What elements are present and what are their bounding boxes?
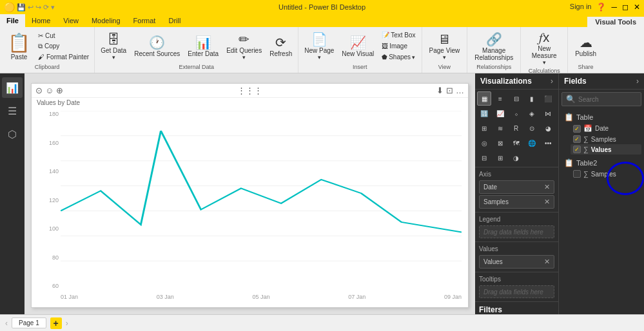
drill-down-icon[interactable]: ⬇ (436, 86, 444, 95)
get-data-button[interactable]: 🗄 Get Data ▾ (97, 30, 130, 62)
more-options-icon1[interactable]: ☺ (45, 86, 54, 95)
cut-button[interactable]: ✂ Cut (35, 31, 92, 41)
viz-area[interactable]: ⬦ (509, 106, 523, 120)
minimize-btn[interactable]: ─ (611, 3, 617, 12)
page-tab-1[interactable]: Page 1 (12, 317, 46, 328)
help-btn[interactable]: ❓ (596, 3, 606, 12)
legend-drop-area[interactable]: Drag data fields here (479, 225, 554, 238)
tooltips-drop-area[interactable]: Drag data fields here (479, 285, 554, 298)
ribbon-tab-file[interactable]: File (0, 14, 25, 27)
viz-clustered-bar[interactable]: ≡ (493, 91, 507, 106)
viz-stacked-area[interactable]: ◈ (525, 106, 539, 120)
viz-map[interactable]: 🗺 (509, 136, 523, 150)
axis-samples-remove[interactable]: ✕ (544, 198, 550, 206)
ribbon-tab-modeling[interactable]: Modeling (85, 14, 127, 27)
viz-panel-expand[interactable]: › (551, 77, 553, 86)
copy-button[interactable]: ⧉ Copy (35, 41, 92, 52)
enter-data-icon: 📊 (195, 35, 211, 50)
axis-date-field[interactable]: Date ✕ (479, 180, 554, 194)
edit-queries-button[interactable]: ✏ Edit Queries ▾ (223, 30, 265, 62)
paste-button[interactable]: 📋 Paste (3, 30, 35, 63)
table1-header[interactable]: 📋 Table (561, 111, 641, 123)
ribbon-tab-format[interactable]: Format (127, 14, 162, 27)
format-painter-button[interactable]: 🖌 Format Painter (35, 52, 92, 62)
context-tab-area: Visual Tools (187, 14, 644, 27)
ribbon-tab-drill[interactable]: Drill (162, 14, 187, 27)
fields-panel-expand[interactable]: › (636, 77, 639, 86)
viz-table[interactable]: ⊟ (477, 151, 491, 165)
ribbon-tab-home[interactable]: Home (25, 14, 57, 27)
fields-search-input[interactable] (578, 96, 637, 103)
viz-100-stacked-bar[interactable]: ⊟ (509, 91, 523, 106)
text-box-button[interactable]: 📝 Text Box (380, 30, 417, 40)
viz-ribbon[interactable]: ≋ (493, 121, 507, 135)
enter-data-button[interactable]: 📊 Enter Data (184, 33, 222, 59)
viz-line-clustered[interactable]: ⋈ (541, 106, 555, 120)
manage-relationships-button[interactable]: 🔗 Manage Relationships (471, 30, 516, 63)
chart-toolbar-left: ⊙ ☺ ⊕ (35, 86, 63, 95)
axis-samples-field[interactable]: Samples ✕ (479, 195, 554, 209)
filter-visual-icon[interactable]: ⊡ (446, 86, 453, 95)
viz-clustered-col[interactable]: ⬛ (541, 91, 555, 106)
insert-group-label: Insert (301, 64, 418, 71)
values-remove[interactable]: ✕ (544, 258, 550, 266)
shapes-button[interactable]: ⬟ Shapes ▾ (380, 52, 417, 62)
fields-panel: Fields › 🔍 📋 Table (559, 73, 644, 314)
viz-treemap[interactable]: ⊠ (493, 136, 507, 150)
data-view-icon[interactable]: ☰ (2, 100, 23, 121)
refresh-button[interactable]: ⟳ Refresh (266, 33, 295, 59)
field-date-icon: 📅 (583, 124, 592, 133)
chart-body: 180 160 140 120 100 80 60 (32, 108, 468, 302)
chart-container[interactable]: ⊙ ☺ ⊕ ⋮⋮⋮ ⬇ ⊡ … Values by Date 180 160 (31, 83, 469, 308)
new-page-icon: 📄 (311, 32, 327, 47)
viz-stacked-bar[interactable]: ▦ (477, 91, 491, 106)
viz-filled-map[interactable]: 🌐 (525, 136, 539, 150)
table2-header[interactable]: 📋 Table2 (561, 157, 641, 169)
relationships-view-icon[interactable]: ⬡ (2, 124, 23, 144)
viz-100-stacked-col[interactable]: 🔢 (477, 106, 491, 120)
visual-tools-tab[interactable]: Visual Tools (587, 17, 644, 27)
sign-in-link[interactable]: Sign in (570, 3, 592, 12)
viz-waterfall[interactable]: R (509, 121, 523, 135)
fields-search-box[interactable]: 🔍 (561, 92, 641, 106)
page-view-button[interactable]: 🖥 Page View ▾ (426, 30, 463, 62)
next-page-btn[interactable]: › (66, 319, 68, 328)
viz-line-stacked[interactable]: ⊞ (477, 121, 491, 135)
new-measure-button[interactable]: 𝑓x New Measure ▾ (525, 28, 563, 68)
insert-small-btns: 📝 Text Box 🖼 Image ⬟ Shapes ▾ (378, 28, 418, 64)
viz-gauge[interactable]: ◑ (509, 151, 523, 165)
report-view-icon[interactable]: 📊 (2, 77, 23, 98)
viz-more[interactable]: ••• (541, 136, 555, 150)
values-field[interactable]: Values ✕ (479, 255, 554, 269)
field-date[interactable]: ✓ 📅 Date (571, 123, 641, 134)
close-btn[interactable]: ✕ (634, 3, 640, 12)
new-visual-button[interactable]: 📈 New Visual (338, 33, 377, 59)
field-table2-samples[interactable]: ∑ Samples (571, 169, 641, 179)
viz-donut[interactable]: ◎ (477, 136, 491, 150)
focus-mode-icon[interactable]: ⊙ (35, 86, 43, 95)
ribbon-tab-view[interactable]: View (57, 14, 85, 27)
viz-scatter[interactable]: ⊙ (525, 121, 539, 135)
viz-stacked-col[interactable]: ▮ (525, 91, 539, 106)
axis-date-remove[interactable]: ✕ (544, 183, 550, 191)
publish-button[interactable]: ☁ Publish (572, 33, 600, 59)
add-page-button[interactable]: + (50, 317, 62, 329)
viz-pie[interactable]: ◕ (541, 121, 555, 135)
chart-title: Values by Date (32, 98, 468, 108)
clipboard-small-btns: ✂ Cut ⧉ Copy 🖌 Format Painter (35, 31, 92, 62)
chart-drag-handle: ⋮⋮⋮ (237, 86, 262, 95)
fields-panel-title: Fields (564, 77, 587, 86)
more-options-icon3[interactable]: … (456, 86, 464, 95)
viz-matrix[interactable]: ⊞ (493, 151, 507, 165)
restore-btn[interactable]: ◻ (622, 3, 629, 12)
viz-line[interactable]: 📈 (493, 106, 507, 120)
new-page-button[interactable]: 📄 New Page ▾ (301, 30, 337, 62)
field-values[interactable]: ✓ ∑ Values (571, 144, 641, 155)
more-options-icon2[interactable]: ⊕ (56, 86, 63, 95)
field-samples[interactable]: ✓ ∑ Samples (571, 134, 641, 144)
image-button[interactable]: 🖼 Image (380, 41, 417, 51)
recent-sources-button[interactable]: 🕐 Recent Sources (131, 33, 183, 59)
prev-page-btn[interactable]: ‹ (5, 319, 8, 328)
shapes-icon: ⬟ (382, 53, 387, 61)
table1-name: Table (576, 113, 593, 121)
